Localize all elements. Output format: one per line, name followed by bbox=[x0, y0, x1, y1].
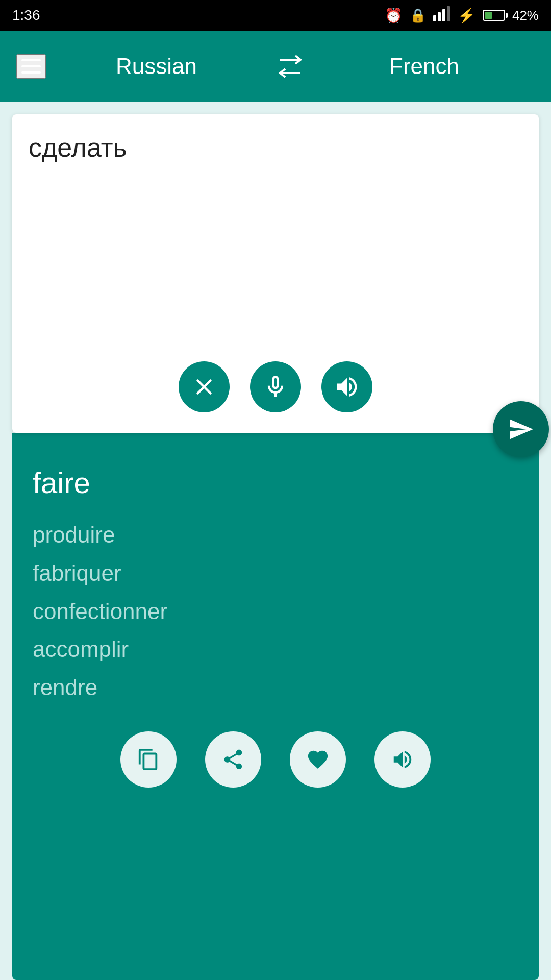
source-language[interactable]: Russian bbox=[46, 54, 267, 79]
svg-rect-1 bbox=[438, 12, 441, 21]
favorite-button[interactable] bbox=[290, 731, 346, 788]
alternative-translations: produire fabriquer confectionner accompl… bbox=[33, 516, 518, 707]
status-time: 1:36 bbox=[12, 7, 40, 23]
input-controls bbox=[29, 361, 522, 421]
status-bar: 1:36 ⏰ 🔒 ⚡ 42% bbox=[0, 0, 551, 31]
microphone-button[interactable] bbox=[250, 361, 301, 412]
alarm-icon: ⏰ bbox=[385, 7, 403, 24]
battery-percent: 42% bbox=[512, 8, 539, 23]
status-right: ⏰ 🔒 ⚡ 42% bbox=[385, 6, 539, 25]
svg-rect-2 bbox=[442, 9, 445, 21]
sim-icon: 🔒 bbox=[410, 8, 426, 23]
speak-result-button[interactable] bbox=[374, 731, 431, 788]
signal-icon bbox=[433, 6, 450, 25]
speak-source-button[interactable] bbox=[321, 361, 372, 412]
primary-translation: faire bbox=[33, 465, 518, 500]
result-action-bar bbox=[33, 731, 518, 800]
copy-button[interactable] bbox=[120, 731, 177, 788]
source-text-display[interactable]: сделать bbox=[29, 131, 522, 345]
svg-rect-3 bbox=[447, 6, 450, 21]
result-section: faire produire fabriquer confectionner a… bbox=[12, 433, 539, 980]
menu-button[interactable] bbox=[16, 54, 46, 79]
target-language[interactable]: French bbox=[314, 54, 535, 79]
translate-button[interactable] bbox=[493, 401, 549, 457]
clear-button[interactable] bbox=[179, 361, 230, 412]
input-section: сделать bbox=[12, 114, 539, 433]
app-header: Russian French bbox=[0, 31, 551, 102]
swap-languages-button[interactable] bbox=[267, 50, 314, 83]
battery-indicator bbox=[483, 10, 505, 21]
share-button[interactable] bbox=[205, 731, 261, 788]
charging-icon: ⚡ bbox=[458, 7, 475, 24]
svg-rect-0 bbox=[433, 15, 436, 21]
